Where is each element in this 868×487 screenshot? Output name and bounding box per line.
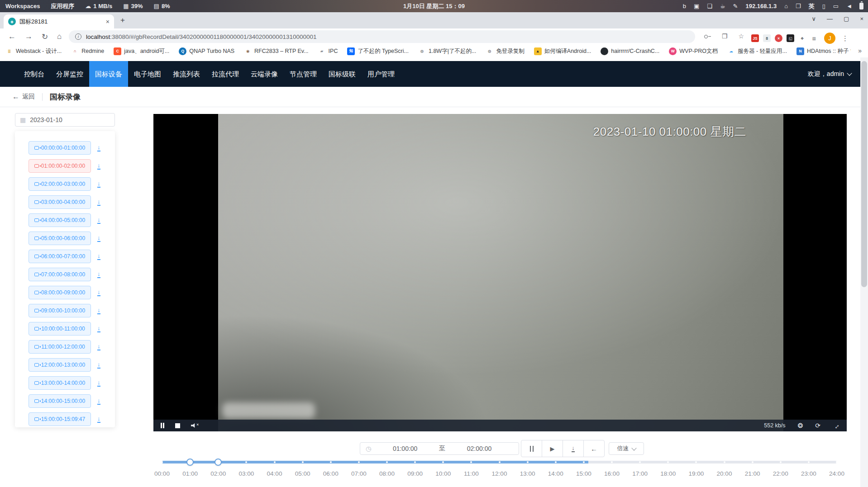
browser-tab[interactable]: ◈ 国标28181 ×	[4, 14, 114, 28]
cpu-indicator[interactable]: ▦39%	[123, 3, 143, 9]
nav-item-pull-proxy[interactable]: 拉流代理	[206, 61, 245, 87]
bookmark-item[interactable]: ∩Redmine	[71, 47, 104, 55]
home-tray-icon[interactable]: ⌂	[784, 3, 788, 9]
coffee-tray-icon[interactable]: ☕	[720, 3, 725, 9]
download-icon[interactable]: ↓	[97, 162, 100, 170]
nav-item-nodes[interactable]: 节点管理	[284, 61, 323, 87]
home-icon[interactable]: ⌂	[57, 32, 62, 41]
side-panel-icon[interactable]: ▥	[810, 34, 818, 42]
end-time-value[interactable]: 02:00:00	[445, 445, 513, 452]
forward-nav-icon[interactable]: →	[25, 32, 33, 41]
new-tab-button[interactable]: +	[120, 16, 125, 25]
nav-item-e-map[interactable]: 电子地图	[128, 61, 167, 87]
user-menu[interactable]: 欢迎，admin	[808, 70, 851, 78]
download-icon[interactable]: ↓	[97, 253, 100, 260]
date-picker[interactable]: ▦ 2023-01-10	[15, 113, 115, 127]
speed-select[interactable]: 倍速	[609, 442, 644, 455]
record-segment-button[interactable]: 10:00:00-11:00:00	[29, 322, 91, 336]
nav-item-gb-cascade[interactable]: 国标级联	[323, 61, 362, 87]
record-segment-button[interactable]: 11:00:00-12:00:00	[29, 340, 91, 354]
timeline-handle[interactable]	[215, 459, 222, 466]
bookmark-item[interactable]: ◍免登录复制	[486, 47, 525, 55]
nav-item-cloud-records[interactable]: 云端录像	[245, 61, 284, 87]
bookmark-item[interactable]: ◉RFC2833 – RTP Ev...	[244, 47, 309, 55]
blocker-extension-icon[interactable]: ×	[775, 34, 782, 42]
proxy-extension-icon[interactable]: 8	[763, 34, 771, 42]
applications-menu[interactable]: 应用程序	[51, 2, 74, 10]
refresh-icon[interactable]: ⟳	[815, 422, 820, 429]
bookmarks-overflow-icon[interactable]: »	[858, 47, 862, 54]
share-icon[interactable]: ❐	[722, 33, 728, 40]
bookmark-item[interactable]: NHDAtmos :: 种子 *...	[796, 47, 851, 55]
time-range-input[interactable]: ◷ 01:00:00 至 02:00:00	[360, 442, 519, 455]
start-time-value[interactable]: 01:00:00	[371, 445, 439, 452]
download-icon[interactable]: ↓	[97, 180, 100, 188]
nav-item-users[interactable]: 用户管理	[362, 61, 401, 87]
record-segment-button[interactable]: 09:00:00-10:00:00	[29, 304, 91, 317]
record-segment-button[interactable]: 12:00:00-13:00:00	[29, 358, 91, 372]
download-icon[interactable]: ↓	[97, 289, 100, 296]
fullscreen-icon[interactable]: ↔	[831, 421, 841, 430]
download-icon[interactable]: ↓	[97, 343, 100, 350]
workspace-switcher-icon[interactable]: ❒	[796, 3, 801, 9]
password-key-icon[interactable]	[704, 34, 711, 38]
clipboard-tray-icon[interactable]: ❏	[707, 3, 712, 9]
download-icon[interactable]: ↓	[97, 325, 100, 332]
stop-icon[interactable]	[175, 423, 180, 428]
tablet-tray-icon[interactable]: ▯	[822, 3, 825, 9]
profile-avatar[interactable]: J	[824, 33, 835, 44]
seek-back-button[interactable]: ←	[583, 440, 605, 457]
minimize-icon[interactable]: —	[827, 15, 833, 22]
download-icon[interactable]: ↓	[97, 235, 100, 242]
download-icon[interactable]: ↓	[97, 271, 100, 278]
video-player[interactable]: 2023-01-10 01:00:00 星期二 × 552 kb/s ❂ ⟳ ↔	[153, 114, 847, 431]
record-segment-button[interactable]: 00:00:00-01:00:00	[29, 141, 91, 155]
record-segment-button[interactable]: 01:00:00-02:00:00	[29, 159, 91, 173]
back-nav-icon[interactable]: ←	[8, 32, 16, 41]
record-segment-button[interactable]: 07:00:00-08:00:00	[29, 268, 91, 281]
reload-icon[interactable]: ↻	[42, 32, 48, 42]
site-info-icon[interactable]: i	[75, 33, 81, 40]
volume-tray-icon[interactable]: ◄	[846, 3, 852, 9]
record-segment-button[interactable]: 03:00:00-04:00:00	[29, 195, 91, 209]
address-bar[interactable]: i localhost:38080/#/gbRecordDetail/34020…	[69, 30, 695, 43]
bookmark-item[interactable]: ☁服务器 - 轻量应用...	[727, 47, 787, 55]
puzzle-icon[interactable]: ❖	[798, 34, 806, 42]
pause-button[interactable]	[521, 440, 542, 457]
bookmark-item[interactable]: hairrrrr/C-CrashC...	[601, 47, 659, 55]
back-button[interactable]: ← 返回	[12, 93, 35, 101]
bookmark-item[interactable]: 知了不起的 TypeScri...	[347, 47, 409, 55]
ip-address[interactable]: 192.168.1.3	[745, 3, 777, 9]
record-segment-button[interactable]: 06:00:00-07:00:00	[29, 250, 91, 263]
record-segment-button[interactable]: 05:00:00-06:00:00	[29, 232, 91, 245]
nav-item-console[interactable]: 控制台	[18, 61, 50, 87]
play-button[interactable]: ▶	[542, 440, 563, 457]
battery-icon[interactable]	[859, 3, 863, 9]
maximize-icon[interactable]: ▢	[844, 15, 849, 22]
nav-item-push-streams[interactable]: 推流列表	[167, 61, 206, 87]
download-icon[interactable]: ↓	[97, 379, 100, 387]
download-icon[interactable]: ↓	[97, 199, 100, 206]
browser-menu-icon[interactable]: ⋮	[842, 34, 849, 43]
dark-extension-icon[interactable]: ◱	[787, 34, 794, 42]
bookmark-item[interactable]: Cjava、android可...	[114, 47, 169, 55]
mute-icon[interactable]: ×	[191, 423, 199, 428]
tab-close-icon[interactable]: ×	[106, 18, 110, 25]
js-extension-icon[interactable]: JS	[751, 34, 759, 42]
download-icon[interactable]: ↓	[97, 217, 100, 224]
bookmark-item[interactable]: QQNAP Turbo NAS	[179, 47, 234, 55]
snapshot-icon[interactable]: ❂	[798, 422, 803, 429]
timeline-track[interactable]	[162, 461, 837, 463]
timeline-handle[interactable]	[186, 459, 194, 466]
download-icon[interactable]: ↓	[97, 397, 100, 405]
record-segment-button[interactable]: 04:00:00-05:00:00	[29, 213, 91, 227]
screenshot-tray-icon[interactable]: ▣	[694, 3, 699, 9]
bookmark-item[interactable]: ≣Webstack - 设计...	[5, 47, 62, 55]
close-icon[interactable]: ×	[860, 15, 863, 22]
download-button[interactable]: ↓	[563, 440, 584, 457]
display-tray-icon[interactable]: ▭	[833, 3, 839, 9]
memory-indicator[interactable]: ▤8%	[154, 3, 170, 9]
nav-item-gb-devices[interactable]: 国标设备	[89, 61, 128, 87]
download-icon[interactable]: ↓	[97, 416, 100, 423]
system-clock[interactable]: 1月10日 星期二 15：09	[403, 2, 465, 10]
